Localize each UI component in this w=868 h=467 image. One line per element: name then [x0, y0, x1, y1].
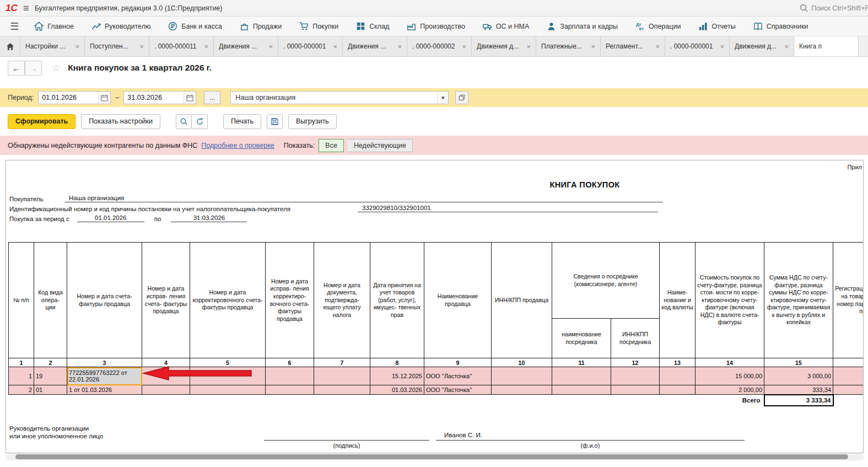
close-icon[interactable]: × — [397, 42, 402, 51]
menu-item-sklad[interactable]: Склад — [347, 17, 398, 36]
cell-purchase-cost[interactable]: 2 000,00 — [696, 385, 764, 395]
close-icon[interactable]: × — [333, 42, 337, 51]
forward-button[interactable]: → — [25, 61, 42, 76]
cell-operation-code[interactable]: 19 — [34, 367, 67, 385]
tab-item[interactable]: . 0000-000011× — [149, 36, 214, 56]
date-to-input[interactable] — [124, 94, 184, 101]
menu-item-rukovoditelyu[interactable]: Руководителю — [83, 17, 159, 36]
back-button[interactable]: ← — [8, 61, 25, 76]
tab-item[interactable]: . 0000-000002× — [407, 36, 472, 56]
generate-button[interactable]: Сформировать — [8, 114, 76, 129]
filter-invalid-button[interactable]: Недействующие — [348, 139, 413, 152]
tab-item[interactable]: Платежные...× — [536, 36, 601, 56]
cell[interactable] — [833, 385, 864, 395]
tab-item[interactable]: Настройки ...× — [20, 36, 85, 56]
cell-accept-date[interactable]: 15.12.2025 — [370, 367, 424, 385]
cell-seller-name[interactable]: ООО "Ласточка" — [424, 367, 492, 385]
buyer-label: Покупатель — [9, 196, 64, 202]
cell[interactable] — [611, 385, 660, 395]
cell[interactable] — [266, 385, 314, 395]
close-icon[interactable]: × — [655, 42, 660, 51]
menu-item-os-i-nma[interactable]: ОС и НМА — [474, 17, 538, 36]
tab-home[interactable] — [0, 36, 20, 56]
cell-purchase-cost[interactable]: 15 000,00 — [696, 367, 764, 385]
cell[interactable] — [833, 367, 864, 385]
cell[interactable] — [190, 385, 266, 395]
cell[interactable] — [492, 385, 552, 395]
cell-invoice-number[interactable]: 1 от 01.03.2026 — [67, 385, 142, 395]
buyer-line: Покупатель Наша организация — [9, 195, 663, 202]
tab-item-active[interactable]: Книга п — [794, 36, 859, 56]
cell-row-number[interactable]: 2 — [9, 385, 34, 395]
menu-item-prodazhi[interactable]: Продажи — [231, 17, 290, 36]
cell-vat-amount[interactable]: 333,34 — [764, 385, 833, 395]
inn-label: Идентификационный номер и код причины по… — [9, 206, 358, 212]
tab-item[interactable]: . 0000-000001× — [278, 36, 343, 56]
menu-item-bank-i-kassa[interactable]: P Банк и касса — [159, 17, 231, 36]
organization-combobox[interactable]: Наша организация ▾ — [230, 91, 449, 104]
tab-item[interactable]: Движения д...× — [730, 36, 794, 56]
cell-invoice-number-highlighted[interactable]: 772255997763222 от 22.01.2026 — [67, 367, 142, 385]
tab-item[interactable]: Регламент...× — [601, 36, 665, 56]
close-icon[interactable]: × — [204, 42, 208, 51]
sections-panel-icon[interactable]: ☰ — [3, 20, 25, 33]
cell[interactable] — [552, 367, 611, 385]
cell[interactable] — [314, 367, 370, 385]
cell[interactable] — [142, 385, 190, 395]
menu-item-zarplata-i-kadry[interactable]: Зарплата и кадры — [538, 17, 627, 36]
cell[interactable] — [611, 367, 660, 385]
cell[interactable] — [660, 367, 696, 385]
print-button[interactable]: Печать — [223, 114, 261, 129]
menu-item-pokupki[interactable]: Покупки — [290, 17, 347, 36]
global-search[interactable]: Поиск Ctrl+Shift+F — [799, 3, 868, 13]
cell[interactable] — [660, 385, 696, 395]
filter-all-button[interactable]: Все — [319, 139, 344, 152]
tab-item[interactable]: . 0000-000001× — [665, 36, 730, 56]
tab-item[interactable]: Поступлен...× — [85, 36, 149, 56]
save-button[interactable] — [267, 114, 283, 129]
scrollbar-thumb[interactable] — [15, 454, 848, 459]
chevron-down-icon[interactable]: ▾ — [437, 92, 448, 104]
calendar-icon[interactable] — [98, 92, 110, 104]
horizontal-scrollbar[interactable] — [6, 453, 864, 460]
menu-item-proizvodstvo[interactable]: Производство — [398, 17, 474, 36]
cell[interactable] — [492, 367, 552, 385]
page-nav-row: ← → ☆ Книга покупок за 1 квартал 2026 г. — [0, 57, 868, 79]
close-icon[interactable]: × — [268, 42, 273, 51]
show-settings-button[interactable]: Показать настройки — [81, 114, 160, 129]
main-menu-icon[interactable]: ≡ — [23, 3, 29, 13]
cell-vat-amount[interactable]: 3 000,00 — [764, 367, 833, 385]
menu-item-operacii[interactable]: ДтКт Операции — [627, 17, 689, 36]
menu-item-spravochniki[interactable]: Справочники — [745, 17, 817, 36]
cell-seller-name[interactable]: ООО "Ласточка" — [424, 385, 492, 395]
warning-details-link[interactable]: Подробнее о проверке — [201, 142, 274, 149]
close-icon[interactable]: × — [462, 42, 466, 51]
tab-item[interactable]: Движения ...× — [214, 36, 278, 56]
cell-row-number[interactable]: 1 — [9, 367, 34, 385]
cell[interactable] — [552, 385, 611, 395]
close-icon[interactable]: × — [526, 42, 531, 51]
menu-item-glavnoe[interactable]: Главное — [25, 17, 83, 36]
refresh-button[interactable] — [192, 114, 208, 129]
close-icon[interactable]: × — [75, 42, 79, 51]
tab-item[interactable]: Движения д...× — [472, 36, 536, 56]
calendar-icon[interactable] — [184, 92, 196, 104]
close-icon[interactable]: × — [784, 42, 789, 51]
cell[interactable] — [266, 367, 314, 385]
cell-operation-code[interactable]: 01 — [34, 385, 67, 395]
tab-item[interactable]: Движения ...× — [343, 36, 407, 56]
close-icon[interactable]: × — [139, 42, 144, 51]
find-button[interactable] — [176, 114, 192, 129]
favorite-star-icon[interactable]: ☆ — [52, 62, 60, 74]
close-icon[interactable]: × — [591, 42, 595, 51]
close-icon[interactable]: × — [720, 42, 724, 51]
cell[interactable] — [314, 385, 370, 395]
total-value[interactable]: 3 333,34 — [764, 395, 833, 406]
menu-item-otchety[interactable]: Отчеты — [689, 17, 744, 36]
period-more-button[interactable]: ... — [204, 91, 220, 104]
menu-item-label: Покупки — [312, 23, 338, 30]
cell-accept-date[interactable]: 01.03.2026 — [370, 385, 424, 395]
date-from-input[interactable] — [39, 94, 98, 101]
organization-list-pick-button[interactable] — [455, 91, 468, 104]
export-button[interactable]: Выгрузить — [288, 114, 337, 129]
